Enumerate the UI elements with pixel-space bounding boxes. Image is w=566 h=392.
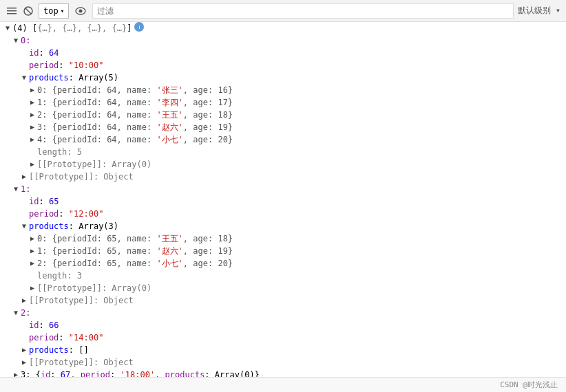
- i1-p2-content: 2: {periodId: 65, name: '小七', age: 20}: [37, 257, 233, 270]
- no-arrow: [19, 59, 29, 72]
- item-0-period-line: period: "10:00": [0, 59, 566, 72]
- console-area: (4) [{…}, {…}, {…}, {…}] i 0: id: 64 per…: [0, 22, 566, 392]
- prod-length-val: length: 5: [37, 146, 82, 158]
- i1-p1-arrow[interactable]: [28, 245, 37, 257]
- root-line[interactable]: (4) [{…}, {…}, {…}, {…}] i: [0, 22, 566, 34]
- context-dropdown[interactable]: top ▾: [39, 3, 69, 19]
- proto-arr-arrow[interactable]: [28, 158, 37, 171]
- bottom-bar: CSDN @时光浅止: [0, 377, 566, 392]
- item-1-period: period: "12:00": [29, 208, 103, 220]
- item-0-proto-obj[interactable]: [[Prototype]]: Object: [0, 171, 566, 183]
- i1-p0-content: 0: {periodId: 65, name: '王五', age: 18}: [37, 232, 233, 245]
- info-icon[interactable]: i: [134, 22, 144, 32]
- item-2-arrow[interactable]: [11, 307, 21, 319]
- p4-content: 4: {periodId: 64, name: '小七', age: 20}: [37, 133, 233, 146]
- root-arrow[interactable]: [3, 22, 12, 34]
- menu-icon[interactable]: [6, 5, 18, 17]
- item-0-p3[interactable]: 3: {periodId: 64, name: '赵六', age: 19}: [0, 121, 566, 133]
- item-0-id-key: id: 64: [29, 47, 59, 59]
- item-0-p0[interactable]: 0: {periodId: 64, name: '张三', age: 16}: [0, 84, 566, 96]
- item-1-p2[interactable]: 2: {periodId: 65, name: '小七', age: 20}: [0, 257, 566, 270]
- item-0-products-label: products: Array(5): [29, 72, 118, 84]
- item-0-arrow[interactable]: [11, 34, 21, 47]
- p2-arrow[interactable]: [28, 109, 37, 121]
- item-1-index: 1:: [21, 183, 30, 195]
- no-arrow: [19, 47, 29, 59]
- svg-rect-1: [7, 10, 17, 12]
- item-2-proto-obj[interactable]: [[Prototype]]: Object: [0, 356, 566, 369]
- i1-p1-content: 1: {periodId: 65, name: '赵六', age: 19}: [37, 245, 233, 257]
- item-2-id-line: id: 66: [0, 319, 566, 331]
- item-1-line[interactable]: 1:: [0, 183, 566, 195]
- item-1-p0[interactable]: 0: {periodId: 65, name: '王五', age: 18}: [0, 232, 566, 245]
- item-1-arrow[interactable]: [11, 183, 21, 195]
- i1-p0-arrow[interactable]: [28, 232, 37, 245]
- stop-icon[interactable]: [22, 5, 34, 17]
- item-1-products-arrow[interactable]: [19, 220, 29, 232]
- proto-obj-0-label: [[Prototype]]: Object: [29, 171, 134, 183]
- item-2-line[interactable]: 2:: [0, 307, 566, 319]
- item-1-id: id: 65: [29, 195, 59, 208]
- i1-proto-arr-label: [[Prototype]]: Array(0): [37, 282, 151, 294]
- item-0-p1[interactable]: 1: {periodId: 64, name: '李四', age: 17}: [0, 96, 566, 109]
- item-1-prod-length: length: 3: [0, 270, 566, 282]
- log-level-dropdown[interactable]: 默认级别 ▾: [518, 5, 560, 17]
- item-1-products-label: products: Array(3): [29, 220, 118, 232]
- context-label: top: [43, 6, 59, 16]
- p0-arrow[interactable]: [28, 84, 37, 96]
- item-2-index: 2:: [21, 307, 30, 319]
- proto-obj-0-arrow[interactable]: [19, 171, 29, 183]
- item-1-proto-array[interactable]: [[Prototype]]: Array(0): [0, 282, 566, 294]
- svg-line-4: [25, 8, 31, 14]
- root-label: (4) [{…}, {…}, {…}, {…}]: [12, 22, 132, 34]
- item-1-period-line: period: "12:00": [0, 208, 566, 220]
- item-0-proto-array[interactable]: [[Prototype]]: Array(0): [0, 158, 566, 171]
- i1-length-val: length: 3: [37, 270, 82, 282]
- p3-arrow[interactable]: [28, 121, 37, 133]
- item-2-period: period: "14:00": [29, 331, 103, 344]
- item-0-id-line: id: 64: [0, 47, 566, 59]
- watermark-text: CSDN @时光浅止: [500, 380, 558, 390]
- item-0-prod-length: length: 5: [0, 146, 566, 158]
- item-0-products-arrow[interactable]: [19, 72, 29, 84]
- svg-point-6: [79, 9, 83, 12]
- item-0-p2[interactable]: 2: {periodId: 64, name: '王五', age: 18}: [0, 109, 566, 121]
- item-2-products-arrow[interactable]: [19, 344, 29, 356]
- item-0-period-key: period: "10:00": [29, 59, 103, 72]
- p3-content: 3: {periodId: 64, name: '赵六', age: 19}: [37, 121, 233, 133]
- item-0-index: 0:: [21, 34, 30, 47]
- i1-proto-obj-label: [[Prototype]]: Object: [29, 294, 134, 307]
- item-1-p1[interactable]: 1: {periodId: 65, name: '赵六', age: 19}: [0, 245, 566, 257]
- item-0-p4[interactable]: 4: {periodId: 64, name: '小七', age: 20}: [0, 133, 566, 146]
- item-1-proto-obj[interactable]: [[Prototype]]: Object: [0, 294, 566, 307]
- i2-proto-obj-label: [[Prototype]]: Object: [29, 356, 134, 369]
- i1-proto-obj-arrow[interactable]: [19, 294, 29, 307]
- item-0-line[interactable]: 0:: [0, 34, 566, 47]
- p2-content: 2: {periodId: 64, name: '王五', age: 18}: [37, 109, 233, 121]
- filter-input[interactable]: [92, 3, 513, 19]
- item-1-products-line[interactable]: products: Array(3): [0, 220, 566, 232]
- item-1-id-line: id: 65: [0, 195, 566, 208]
- toolbar: top ▾ 默认级别 ▾: [0, 0, 566, 22]
- item-2-period-line: period: "14:00": [0, 331, 566, 344]
- item-2-products-label: products: []: [29, 344, 89, 356]
- item-2-products-line[interactable]: products: []: [0, 344, 566, 356]
- item-2-id: id: 66: [29, 319, 59, 331]
- i2-proto-obj-arrow[interactable]: [19, 356, 29, 369]
- p0-content: 0: {periodId: 64, name: '张三', age: 16}: [37, 84, 233, 96]
- item-0-products-line[interactable]: products: Array(5): [0, 72, 566, 84]
- p4-arrow[interactable]: [28, 133, 37, 146]
- eye-icon[interactable]: [73, 3, 88, 19]
- p1-content: 1: {periodId: 64, name: '李四', age: 17}: [37, 96, 233, 109]
- i1-proto-arr-arrow[interactable]: [28, 282, 37, 294]
- dropdown-arrow-icon: ▾: [61, 8, 64, 14]
- i1-p2-arrow[interactable]: [28, 257, 37, 270]
- svg-rect-0: [7, 8, 17, 9]
- svg-rect-2: [7, 13, 17, 14]
- proto-arr-label: [[Prototype]]: Array(0): [37, 158, 151, 171]
- p1-arrow[interactable]: [28, 96, 37, 109]
